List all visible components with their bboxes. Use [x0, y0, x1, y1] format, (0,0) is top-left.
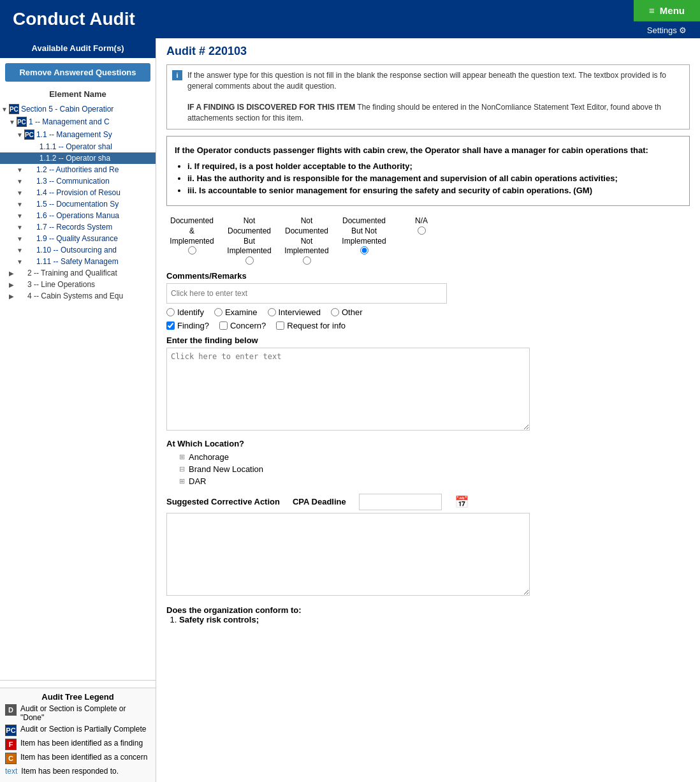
tree-label: 3 -- Line Operations [27, 280, 95, 289]
location-expand-icon[interactable]: ⊞ [179, 477, 185, 485]
finding-textarea[interactable] [166, 348, 530, 431]
radio-input-r1[interactable] [188, 246, 196, 255]
radio-label-r1: Documented&Implemented [170, 216, 214, 246]
toggle-icon: ▼ [17, 131, 23, 138]
question-bullet: i. If required, is a post holder accepta… [187, 161, 682, 171]
audit-tree: ▼PCSection 5 - Cabin Operatior▼PC1 -- Ma… [0, 101, 156, 680]
radio-label-r2: NotDocumentedButImplemented [227, 216, 271, 256]
tree-label: 2 -- Training and Qualificat [27, 269, 117, 277]
toggle-icon: ▼ [9, 119, 15, 126]
tree-item-comm[interactable]: ▼1.3 -- Communication [0, 175, 156, 187]
tree-item-auth-re[interactable]: ▼1.2 -- Authorities and Re [0, 164, 156, 175]
toggle-icon: ▼ [17, 247, 23, 254]
corrective-textarea[interactable] [166, 513, 530, 596]
badge-pc: PC [9, 104, 19, 114]
tree-item-line-ops[interactable]: ▶3 -- Line Operations [0, 279, 156, 290]
location-list: ⊞Anchorage⊟Brand New Location⊞DAR [179, 452, 690, 486]
other-radio-group: Other [331, 307, 363, 317]
location-item: ⊞Anchorage [179, 452, 690, 462]
location-name: Brand New Location [189, 464, 263, 474]
tree-item-rec-sys[interactable]: ▼1.7 -- Records System [0, 221, 156, 233]
toggle-icon: ▼ [17, 178, 23, 185]
tree-label: 1.11 -- Safety Managem [36, 257, 119, 266]
question-bullet: ii. Has the authority and is responsible… [187, 173, 682, 183]
audit-methods-row: Identify Examine Interviewed Other [166, 307, 690, 317]
main-content: Audit # 220103 i If the answer type for … [156, 38, 700, 782]
concern-checkbox[interactable] [219, 321, 228, 330]
tree-label: 1.1 -- Management Sy [36, 130, 112, 139]
tree-item-op-shall2[interactable]: 1.1.2 -- Operator sha [0, 152, 156, 164]
conform-item: Safety risk controls; [179, 615, 690, 624]
question-list: i. If required, is a post holder accepta… [187, 161, 682, 195]
location-expand-icon[interactable]: ⊟ [179, 465, 185, 473]
finding-checkbox[interactable] [166, 321, 175, 330]
menu-icon: ≡ [649, 5, 655, 16]
radio-input-r2[interactable] [245, 256, 254, 265]
interviewed-radio-group: Interviewed [268, 307, 321, 317]
other-radio[interactable] [331, 308, 339, 316]
cpa-deadline-input[interactable] [359, 494, 442, 510]
cpa-label: CPA Deadline [293, 497, 346, 506]
toggle-icon: ▼ [17, 189, 23, 196]
settings-button[interactable]: Settings ⚙ [634, 21, 700, 39]
tree-label: 1.7 -- Records System [36, 223, 112, 232]
corrective-row: Suggested Corrective Action CPA Deadline… [166, 494, 690, 510]
request-info-checkbox[interactable] [276, 321, 284, 330]
location-item: ⊞DAR [179, 476, 690, 486]
radio-input-r4[interactable] [360, 246, 368, 255]
tree-item-cabin-sys[interactable]: ▶4 -- Cabin Systems and Equ [0, 290, 156, 302]
radio-label-r5: N/A [415, 216, 428, 226]
comments-input[interactable] [166, 283, 447, 304]
finding-label: IF A FINDING IS DISCOVERED FOR THIS ITEM [187, 103, 355, 112]
tree-label: 1.2 -- Authorities and Re [36, 165, 119, 174]
tree-item-prov-res[interactable]: ▼1.4 -- Provision of Resou [0, 187, 156, 198]
request-check-group: Request for info [276, 321, 346, 330]
legend-badge: F [5, 739, 17, 750]
remove-answered-button[interactable]: Remove Answered Questions [5, 63, 150, 82]
tree-label: 1.6 -- Operations Manua [36, 211, 119, 220]
info-text: If the answer type for this question is … [187, 70, 684, 124]
legend-description: Audit or Section is Complete or "Done" [20, 704, 150, 722]
header: Conduct Audit ≡ Menu Settings ⚙ [0, 0, 700, 38]
tree-item-mgmt-sy[interactable]: ▼PC1.1 -- Management Sy [0, 128, 156, 141]
identify-radio-group: Identify [166, 307, 204, 317]
toggle-icon: ▼ [17, 224, 23, 231]
tree-scrollbar-x[interactable] [0, 680, 156, 688]
checkboxes-row: Finding? Concern? Request for info [166, 321, 690, 330]
radio-input-r5[interactable] [418, 226, 426, 235]
interviewed-radio[interactable] [268, 308, 276, 316]
toggle-icon [24, 155, 26, 162]
legend-badge-text: text [5, 767, 17, 776]
tree-item-doc-sy[interactable]: ▼1.5 -- Documentation Sy [0, 198, 156, 210]
conform-list: Safety risk controls; [179, 615, 690, 624]
radio-input-r3[interactable] [303, 256, 311, 265]
tree-item-section5[interactable]: ▼PCSection 5 - Cabin Operatior [0, 103, 156, 115]
tree-label: 1.3 -- Communication [36, 177, 110, 186]
interviewed-label: Interviewed [279, 307, 321, 317]
radio-option-r2: NotDocumentedButImplemented [224, 214, 275, 264]
examine-radio[interactable] [214, 308, 222, 316]
legend-item: FItem has been identified as a finding [5, 739, 150, 750]
location-expand-icon[interactable]: ⊞ [179, 453, 185, 461]
tree-item-mgmt[interactable]: ▼PC1 -- Management and C [0, 115, 156, 128]
tree-item-training[interactable]: ▶2 -- Training and Qualificat [0, 267, 156, 279]
toggle-icon: ▼ [17, 258, 23, 265]
menu-button[interactable]: ≡ Menu [634, 0, 700, 21]
tree-item-safety-mgmt[interactable]: ▼1.11 -- Safety Managem [0, 256, 156, 267]
toggle-icon: ▼ [17, 212, 23, 219]
tree-item-ops-man[interactable]: ▼1.6 -- Operations Manua [0, 210, 156, 221]
toggle-icon: ▼ [17, 235, 23, 242]
tree-label: Section 5 - Cabin Operatior [21, 105, 113, 114]
calendar-icon[interactable]: 📅 [455, 495, 469, 509]
tree-item-outsource[interactable]: ▼1.10 -- Outsourcing and [0, 244, 156, 256]
tree-item-qa[interactable]: ▼1.9 -- Quality Assurance [0, 233, 156, 244]
radio-option-r3: NotDocumentedNotImplemented [281, 214, 332, 264]
toggle-icon: ▶ [9, 293, 14, 300]
tree-item-op-shall1[interactable]: 1.1.1 -- Operator shal [0, 141, 156, 152]
radio-label-r4: DocumentedBut NotImplemented [342, 216, 386, 246]
legend-description: Item has been identified as a concern [20, 753, 147, 762]
identify-radio[interactable] [166, 308, 175, 316]
corrective-label: Suggested Corrective Action [166, 497, 280, 506]
legend-description: Audit or Section is Partially Complete [20, 725, 146, 734]
concern-check-group: Concern? [219, 321, 266, 330]
